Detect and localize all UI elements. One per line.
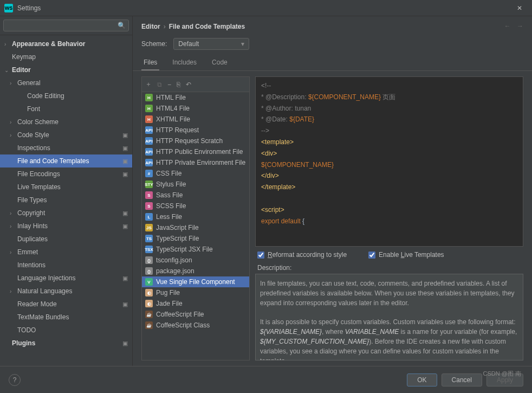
file-item[interactable]: SSass File <box>142 190 249 201</box>
file-item[interactable]: HHTML File <box>142 92 249 103</box>
live-templates-checkbox[interactable]: Enable Live Templates <box>368 251 444 259</box>
file-icon: ◐ <box>145 300 153 307</box>
file-icon: API <box>145 137 153 145</box>
help-button[interactable]: ? <box>9 374 21 386</box>
file-item[interactable]: HHTML4 File <box>142 103 249 114</box>
gear-icon: ▣ <box>122 171 128 178</box>
gear-icon: ▣ <box>122 223 128 230</box>
file-icon: ◐ <box>145 289 153 297</box>
file-icon: API <box>145 148 153 156</box>
sidebar-item[interactable]: Reader Mode▣ <box>0 298 132 311</box>
file-item[interactable]: {}tsconfig.json <box>142 255 249 266</box>
sidebar-item[interactable]: File Types <box>0 194 132 207</box>
footer: ? OK Cancel Apply <box>0 366 532 393</box>
settings-tree: ›Appearance & BehaviorKeymap⌄Editor›Gene… <box>0 35 132 366</box>
add-icon[interactable]: ＋ <box>145 80 152 89</box>
gear-icon: ▣ <box>122 275 128 282</box>
tab[interactable]: Files <box>141 55 159 70</box>
search-input[interactable] <box>3 20 129 31</box>
gear-icon: ▣ <box>122 340 128 347</box>
tab[interactable]: Includes <box>170 55 199 70</box>
file-item[interactable]: APIHTTP Request Scratch <box>142 136 249 146</box>
file-icon: API <box>145 126 153 134</box>
sidebar-item[interactable]: Font <box>0 102 132 115</box>
nav-buttons: ← → <box>500 22 523 30</box>
file-icon: TSX <box>145 246 153 253</box>
file-item[interactable]: #CSS File <box>142 168 249 179</box>
template-editor[interactable]: <!-- * @Description: ${COMPONENT_NAME} 页… <box>255 76 523 247</box>
remove-icon[interactable]: − <box>167 81 171 88</box>
revert-icon[interactable]: ↶ <box>186 81 191 88</box>
file-item[interactable]: TSXTypeScript JSX File <box>142 244 249 255</box>
titlebar: WS Settings ✕ <box>0 0 532 16</box>
file-item[interactable]: HXHTML File <box>142 114 249 125</box>
apply-button[interactable]: Apply <box>486 373 523 386</box>
file-item[interactable]: APIHTTP Public Environment File <box>142 146 249 157</box>
sidebar-item[interactable]: Intentions <box>0 259 132 272</box>
add-child-icon[interactable]: ⧉ <box>157 81 162 88</box>
file-item[interactable]: ☕CoffeeScript File <box>142 309 249 320</box>
file-item[interactable]: SSCSS File <box>142 201 249 211</box>
file-icon: {} <box>145 256 153 264</box>
file-item[interactable]: VVue Single File Component <box>142 276 249 287</box>
reformat-checkbox[interactable]: RReformat according to styleeformat acco… <box>257 251 347 259</box>
file-item[interactable]: STYStylus File <box>142 179 249 190</box>
file-icon: L <box>145 213 153 221</box>
sidebar-item[interactable]: Plugins▣ <box>0 337 132 350</box>
sidebar-item[interactable]: Code Editing <box>0 89 132 102</box>
sidebar-item[interactable]: TODO <box>0 324 132 337</box>
sidebar-item[interactable]: Keymap <box>0 50 132 63</box>
sidebar-item[interactable]: ›Color Scheme <box>0 115 132 128</box>
file-item[interactable]: LLess File <box>142 211 249 222</box>
file-item[interactable]: ◐Jade File <box>142 298 249 309</box>
sidebar-item[interactable]: ⌄Editor <box>0 63 132 76</box>
sidebar-item[interactable]: TextMate Bundles <box>0 311 132 324</box>
sidebar-item[interactable]: ›Natural Languages <box>0 285 132 298</box>
sidebar-item[interactable]: Inspections▣ <box>0 141 132 154</box>
sidebar-item[interactable]: ›Code Style▣ <box>0 128 132 141</box>
file-item[interactable]: {}package.json <box>142 266 249 276</box>
tabs: FilesIncludesCode <box>133 55 532 71</box>
file-panel: ＋ ⧉ − ⎘ ↶ HHTML FileHHTML4 FileHXHTML Fi… <box>141 76 250 360</box>
sidebar-item[interactable]: ›Inlay Hints▣ <box>0 220 132 233</box>
ok-button[interactable]: OK <box>407 373 437 386</box>
back-icon[interactable]: ← <box>504 22 511 30</box>
sidebar-item[interactable]: File Encodings▣ <box>0 167 132 181</box>
gear-icon: ▣ <box>122 301 128 308</box>
tab[interactable]: Code <box>210 55 230 70</box>
file-icon: S <box>145 202 153 210</box>
file-icon: {} <box>145 267 153 275</box>
sidebar-item[interactable]: ›Appearance & Behavior <box>0 37 132 50</box>
cancel-button[interactable]: Cancel <box>442 373 482 386</box>
file-icon: ☕ <box>145 311 153 318</box>
sidebar: 🔍 ›Appearance & BehaviorKeymap⌄Editor›Ge… <box>0 16 133 366</box>
window-title: Settings <box>17 4 511 12</box>
sidebar-item[interactable]: ›General <box>0 76 132 89</box>
gear-icon: ▣ <box>122 210 128 217</box>
sidebar-item[interactable]: Language Injections▣ <box>0 272 132 285</box>
app-logo: WS <box>4 4 13 12</box>
search-icon: 🔍 <box>118 22 126 29</box>
description-box: In file templates, you can use text, cod… <box>255 274 523 360</box>
file-icon: # <box>145 170 153 177</box>
file-item[interactable]: ☕CoffeeScript Class <box>142 320 249 331</box>
sidebar-item[interactable]: ›Copyright▣ <box>0 207 132 220</box>
file-icon: TS <box>145 235 153 242</box>
file-toolbar: ＋ ⧉ − ⎘ ↶ <box>142 77 249 92</box>
file-icon: H <box>145 115 153 123</box>
sidebar-item[interactable]: ›Emmet <box>0 246 132 259</box>
close-icon[interactable]: ✕ <box>511 4 528 12</box>
copy-icon[interactable]: ⎘ <box>177 81 180 88</box>
scheme-select[interactable]: Default <box>173 38 249 50</box>
file-item[interactable]: TSTypeScript File <box>142 233 249 244</box>
sidebar-item[interactable]: File and Code Templates▣ <box>0 154 132 167</box>
file-item[interactable]: JSJavaScript File <box>142 222 249 233</box>
sidebar-item[interactable]: Duplicates <box>0 233 132 246</box>
description-label: Description: <box>257 264 521 272</box>
file-item[interactable]: ◐Pug File <box>142 287 249 298</box>
file-item[interactable]: APIHTTP Request <box>142 125 249 136</box>
sidebar-item[interactable]: Live Templates <box>0 181 132 194</box>
gear-icon: ▣ <box>122 158 128 165</box>
file-item[interactable]: APIHTTP Private Environment File <box>142 157 249 168</box>
forward-icon[interactable]: → <box>517 22 523 30</box>
